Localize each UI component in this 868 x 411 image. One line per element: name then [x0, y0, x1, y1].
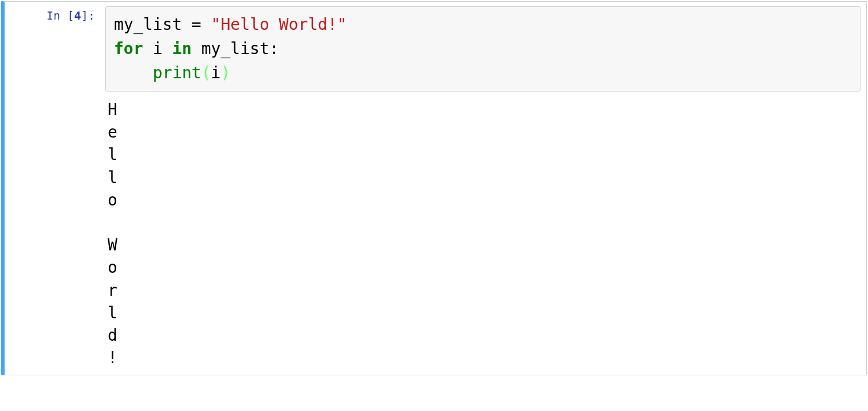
code-token-builtin: print [153, 63, 201, 82]
code-token-indent [114, 63, 153, 82]
code-token-space [143, 39, 153, 58]
code-token-arg: i [211, 63, 221, 82]
code-token-paren: ) [220, 63, 230, 82]
code-input-area[interactable]: my_list = "Hello World!" for i in my_lis… [105, 6, 861, 92]
code-token-keyword: in [172, 39, 192, 58]
code-token-op: = [182, 15, 211, 34]
code-token-paren: ( [201, 63, 211, 82]
prompt-in-label: In [ [47, 9, 74, 22]
code-token-string: "Hello World!" [211, 15, 347, 34]
code-output-area: H e l l o W o r l d ! [105, 92, 861, 369]
input-prompt: In [4]: [5, 2, 100, 375]
code-token-keyword: for [114, 39, 143, 58]
code-token-colon: : [269, 39, 279, 58]
notebook-cell[interactable]: In [4]: my_list = "Hello World!" for i i… [1, 1, 867, 375]
code-token-space [162, 39, 172, 58]
code-token-space [192, 39, 201, 58]
code-token-var: i [153, 39, 162, 58]
cell-body: my_list = "Hello World!" for i in my_lis… [100, 2, 866, 375]
prompt-close: ]: [81, 9, 95, 22]
code-token-var: my_list [201, 39, 269, 58]
output-text: H e l l o W o r l d ! [108, 100, 117, 367]
code-token-var: my_list [114, 15, 182, 34]
prompt-execution-count: 4 [74, 9, 81, 22]
